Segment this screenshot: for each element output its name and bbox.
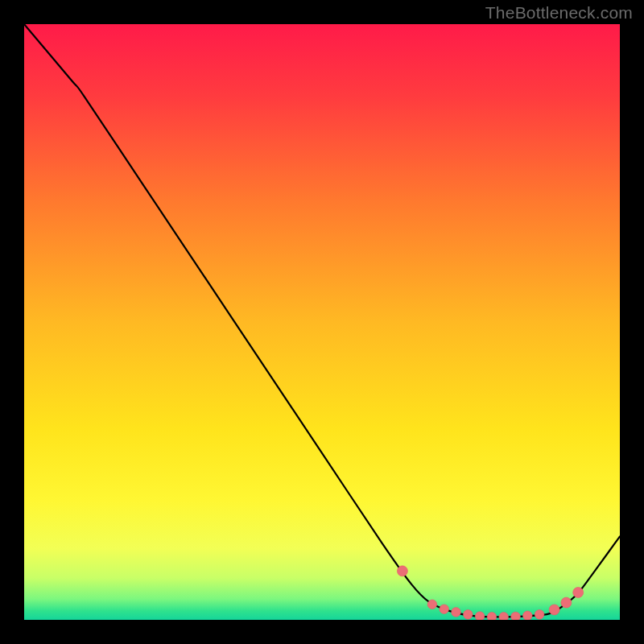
svg-rect-0 — [24, 24, 620, 620]
gradient-background — [24, 24, 620, 620]
plot-area — [24, 24, 620, 620]
attribution-label: TheBottleneck.com — [485, 3, 633, 23]
chart-stage: TheBottleneck.com — [0, 0, 644, 644]
